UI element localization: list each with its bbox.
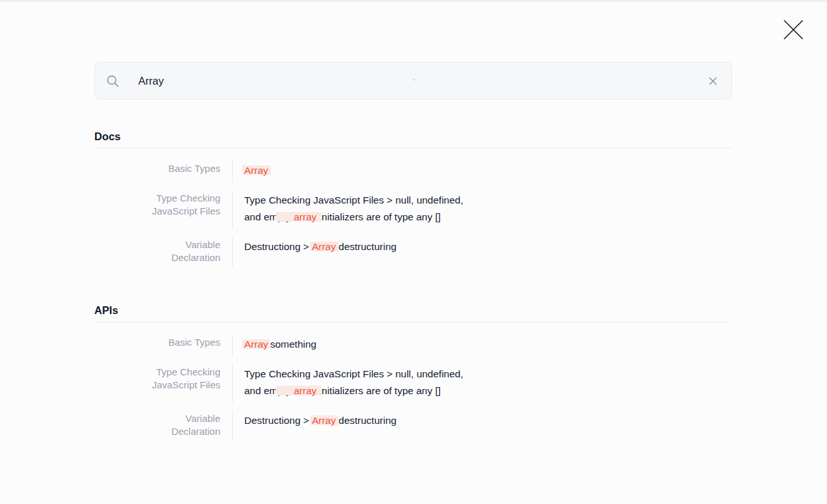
- search-input[interactable]: [138, 63, 705, 99]
- result-text-segment: initializers are of type any []: [317, 211, 441, 222]
- result-row[interactable]: Basic TypesArray.something: [94, 334, 732, 356]
- result-text-segment: destructuring: [336, 241, 397, 252]
- result-category-label: Basic Types: [94, 334, 232, 356]
- result-category-label: Variable Declaration: [94, 410, 232, 441]
- result-row[interactable]: Variable DeclarationDestructiong > Array…: [94, 410, 732, 441]
- result-text-segment: .something: [267, 339, 317, 350]
- results-section-docs: DocsBasic TypesArrayType Checking JavaSc…: [94, 131, 732, 268]
- results-list: Basic TypesArray.somethingType Checking …: [94, 334, 732, 441]
- search-icon: [106, 74, 120, 88]
- result-text-segment: destructuring: [336, 415, 397, 426]
- clear-search-button[interactable]: [705, 73, 721, 89]
- cursor-dot: [413, 78, 415, 81]
- match-highlight: array: [294, 211, 317, 222]
- match-highlight: Array: [312, 415, 336, 426]
- result-text-segment: Destructiong >: [244, 241, 312, 252]
- section-title: Docs: [94, 131, 732, 149]
- result-text-segment: Destructiong >: [244, 415, 312, 426]
- match-highlight: Array: [244, 339, 267, 350]
- result-text: Type Checking JavaScript Files > null, u…: [232, 190, 463, 229]
- section-title: APIs: [94, 304, 732, 322]
- result-row[interactable]: Basic TypesArray: [94, 160, 732, 182]
- match-highlight: array: [294, 385, 317, 396]
- result-category-label: Type Checking JavaScript Files: [94, 364, 232, 403]
- result-category-label: Basic Types: [94, 160, 232, 182]
- search-bar[interactable]: [94, 62, 732, 100]
- result-row[interactable]: Type Checking JavaScript FilesType Check…: [94, 364, 732, 403]
- results-section-apis: APIsBasic TypesArray.somethingType Check…: [94, 304, 732, 441]
- result-row[interactable]: Variable DeclarationDestructiong > Array…: [94, 236, 732, 268]
- clear-icon: [707, 76, 718, 87]
- top-edge-divider: [0, 0, 827, 2]
- result-text: Type Checking JavaScript Files > null, u…: [232, 364, 463, 403]
- result-row[interactable]: Type Checking JavaScript FilesType Check…: [94, 190, 732, 229]
- result-text-segment: initializers are of type any []: [317, 385, 441, 396]
- match-highlight: Array: [244, 165, 268, 176]
- result-category-label: Type Checking JavaScript Files: [94, 190, 232, 229]
- result-text: Destructiong > Array destructuring: [232, 410, 397, 441]
- match-highlight: Array: [312, 241, 336, 252]
- result-category-label: Variable Declaration: [94, 236, 232, 268]
- result-text: Destructiong > Array destructuring: [232, 236, 397, 268]
- search-results: DocsBasic TypesArrayType Checking JavaSc…: [94, 131, 732, 441]
- close-button[interactable]: [781, 17, 806, 42]
- result-text: Array.something: [232, 334, 317, 356]
- results-list: Basic TypesArrayType Checking JavaScript…: [94, 160, 732, 268]
- result-text: Array: [232, 160, 268, 182]
- close-icon: [782, 19, 804, 41]
- search-modal-content: DocsBasic TypesArrayType Checking JavaSc…: [94, 62, 732, 449]
